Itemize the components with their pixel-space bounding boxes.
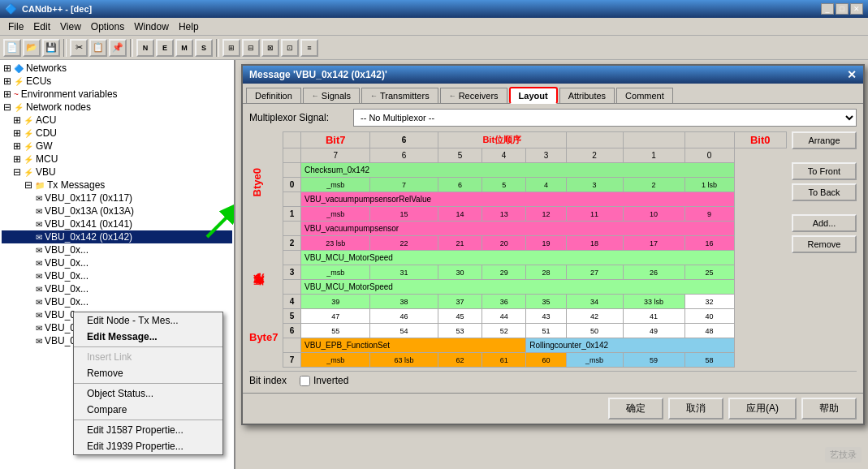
tree-item-networks[interactable]: ⊞ 🔷 Networks xyxy=(2,62,232,75)
tree-item-vbu-p4[interactable]: ✉ VBU_0x... xyxy=(2,282,232,295)
to-back-button[interactable]: To Back xyxy=(792,183,857,201)
ctx-remove[interactable]: Remove xyxy=(74,365,222,381)
toolbar-new[interactable]: 📄 xyxy=(3,39,21,57)
r0c6[interactable]: 2 xyxy=(623,178,684,192)
r0c0[interactable]: _msb xyxy=(301,178,370,192)
menu-edit[interactable]: Edit xyxy=(28,19,55,34)
inverted-checkbox[interactable] xyxy=(300,376,310,386)
row-num-header xyxy=(283,132,301,148)
inverted-label: Inverted xyxy=(313,375,348,386)
tree-item-vbu-p5[interactable]: ✉ VBU_0x... xyxy=(2,295,232,308)
menu-window[interactable]: Window xyxy=(129,19,174,34)
tree-item-network-nodes[interactable]: ⊟ ⚡ Network nodes xyxy=(2,101,232,114)
toolbar-btn8[interactable]: ⊡ xyxy=(281,39,299,57)
tab-attributes[interactable]: Attributes xyxy=(559,88,615,103)
tree-item-vbu-013a[interactable]: ✉ VBU_0x13A (0x13A) xyxy=(2,204,232,217)
to-front-button[interactable]: To Front xyxy=(792,162,857,180)
tree-item-vbu-0141[interactable]: ✉ VBU_0x141 (0x141) xyxy=(2,217,232,230)
dialog-footer: 确定 取消 应用(A) 帮助 xyxy=(243,393,863,424)
row7-label xyxy=(283,338,301,353)
tree-item-ecus[interactable]: ⊞ ⚡ ECUs xyxy=(2,75,232,88)
apply-button[interactable]: 应用(A) xyxy=(728,398,797,420)
tree-item-vbu-0142[interactable]: ✉ VBU_0x142 (0x142) xyxy=(2,230,232,243)
toolbar-copy[interactable]: 📋 xyxy=(89,39,107,57)
ctx-edit-node[interactable]: Edit Node - Tx Mes... xyxy=(74,312,222,329)
menu-help[interactable]: Help xyxy=(174,19,204,34)
ctx-edit-message[interactable]: Edit Message... xyxy=(74,329,222,345)
row1b-label: 1 xyxy=(283,207,301,222)
tab-bar: Definition ← Signals ← Transmitters ← Re… xyxy=(243,84,863,104)
tab-transmitters[interactable]: ← Transmitters xyxy=(361,88,438,103)
app-icon: 🔷 xyxy=(5,3,17,15)
remove-button[interactable]: Remove xyxy=(792,235,857,253)
green-arrow xyxy=(199,196,235,247)
ctx-compare[interactable]: Compare xyxy=(74,402,222,418)
row0-label xyxy=(283,163,301,178)
help-button[interactable]: 帮助 xyxy=(801,398,857,420)
ctx-object-status[interactable]: Object Status... xyxy=(74,385,222,402)
toolbar-paste[interactable]: 📌 xyxy=(109,39,127,57)
r0c2[interactable]: 6 xyxy=(438,178,482,192)
cancel-button[interactable]: 取消 xyxy=(668,398,723,420)
bottom-section: Bit index Inverted xyxy=(249,371,857,388)
row2b-label: 2 xyxy=(283,236,301,251)
tree-item-vbu-p3[interactable]: ✉ VBU_0x... xyxy=(2,269,232,282)
tree-item-gw[interactable]: ⊞ ⚡ GW xyxy=(2,140,232,153)
ctx-j1939[interactable]: Edit J1939 Propertie... xyxy=(74,438,222,454)
left-panel: ⊞ 🔷 Networks ⊞ ⚡ ECUs ⊞ ~ Environment va… xyxy=(0,60,235,469)
tab-layout[interactable]: Layout xyxy=(509,87,558,104)
toolbar-btn9[interactable]: ≡ xyxy=(300,39,318,57)
tab-signals[interactable]: ← Signals xyxy=(303,88,360,103)
bit7-header: Bit7 xyxy=(301,132,370,148)
toolbar-btn1[interactable]: N xyxy=(136,39,154,57)
r0c7[interactable]: 1 lsb xyxy=(684,178,734,192)
tab-definition[interactable]: Definition xyxy=(246,88,301,103)
byte0-label: Btye0 xyxy=(251,168,263,196)
r0c5[interactable]: 3 xyxy=(566,178,623,192)
toolbar-btn4[interactable]: S xyxy=(195,39,213,57)
svg-line-1 xyxy=(207,204,235,237)
toolbar-cut[interactable]: ✂ xyxy=(70,39,88,57)
toolbar-save[interactable]: 💾 xyxy=(42,39,60,57)
r0c4[interactable]: 4 xyxy=(526,178,566,192)
mux-select[interactable]: -- No Multiplexor -- xyxy=(353,109,857,127)
minimize-btn[interactable]: _ xyxy=(821,3,834,15)
r0c3[interactable]: 5 xyxy=(482,178,526,192)
side-buttons: Arrange To Front To Back Add... Remove xyxy=(792,131,857,368)
mux-row: Multiplexor Signal: -- No Multiplexor -- xyxy=(249,109,857,127)
tree-item-env-vars[interactable]: ⊞ ~ Environment variables xyxy=(2,88,232,101)
ctx-insert-link[interactable]: Insert Link xyxy=(74,349,222,365)
menu-file[interactable]: File xyxy=(3,19,28,34)
tree-item-acu[interactable]: ⊞ ⚡ ACU xyxy=(2,114,232,127)
toolbar-open[interactable]: 📂 xyxy=(23,39,41,57)
arrange-button[interactable]: Arrange xyxy=(792,131,857,149)
tree-item-vbu-p2[interactable]: ✉ VBU_0x... xyxy=(2,256,232,269)
tree-item-vbu[interactable]: ⊟ ⚡ VBU xyxy=(2,166,232,179)
row4-label xyxy=(283,280,301,295)
dialog-close-btn[interactable]: ✕ xyxy=(847,68,857,81)
bit-index-label: Bit index xyxy=(249,375,287,386)
toolbar-btn3[interactable]: M xyxy=(175,39,193,57)
toolbar-btn6[interactable]: ⊟ xyxy=(242,39,260,57)
tree-item-vbu-0117[interactable]: ✉ VBU_0x117 (0x117) xyxy=(2,191,232,204)
tree-item-cdu[interactable]: ⊞ ⚡ CDU xyxy=(2,127,232,140)
toolbar-btn5[interactable]: ⊞ xyxy=(222,39,240,57)
menu-options[interactable]: Options xyxy=(86,19,129,34)
toolbar-btn7[interactable]: ⊠ xyxy=(261,39,279,57)
tree-item-mcu[interactable]: ⊞ ⚡ MCU xyxy=(2,153,232,166)
tab-comment[interactable]: Comment xyxy=(616,88,673,103)
tree-item-vbu-p1[interactable]: ✉ VBU_0x... xyxy=(2,243,232,256)
tab-receivers[interactable]: ← Receivers xyxy=(440,88,507,103)
toolbar: 📄 📂 💾 ✂ 📋 📌 N E M S ⊞ ⊟ ⊠ ⊡ ≡ xyxy=(0,36,868,60)
close-btn[interactable]: ✕ xyxy=(850,3,863,15)
dialog-title: Message 'VBU_0x142 (0x142)' xyxy=(249,69,387,80)
tree-item-tx-messages[interactable]: ⊟ 📁 Tx Messages xyxy=(2,179,232,191)
checksum-header[interactable]: Checksum_0x142 xyxy=(301,163,735,178)
ctx-j1587[interactable]: Edit J1587 Propertie... xyxy=(74,422,222,438)
add-button[interactable]: Add... xyxy=(792,214,857,232)
menu-view[interactable]: View xyxy=(55,19,86,34)
restore-btn[interactable]: □ xyxy=(836,3,849,15)
ok-button[interactable]: 确定 xyxy=(608,398,663,420)
toolbar-btn2[interactable]: E xyxy=(156,39,174,57)
r0c1[interactable]: 7 xyxy=(370,178,438,192)
